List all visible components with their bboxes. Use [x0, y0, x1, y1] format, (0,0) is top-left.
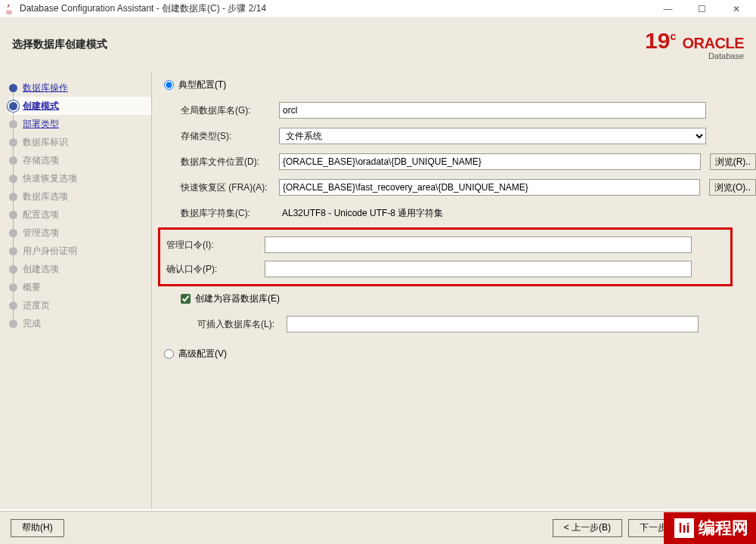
brand-version: 19c — [645, 28, 683, 53]
wizard-step-5: 快速恢复选项 — [9, 169, 151, 187]
wizard-step-11: 概要 — [9, 278, 151, 296]
confirm-password-label: 确认口令(P): — [166, 263, 265, 276]
wizard-step-13: 完成 — [9, 314, 151, 332]
step-bullet-icon — [9, 247, 17, 255]
brand-sub: Database — [645, 52, 744, 60]
step-label: 数据库操作 — [23, 82, 68, 94]
charset-label: 数据库字符集(C): — [181, 207, 279, 220]
main-panel: 典型配置(T) 全局数据库名(G): 存储类型(S): 文件系统 数据库文件位置… — [151, 71, 756, 509]
dbfiles-input[interactable] — [279, 153, 701, 170]
admin-password-label: 管理口令(I): — [166, 239, 265, 252]
admin-password-input[interactable] — [265, 236, 692, 253]
browse-fra-button[interactable]: 浏览(O).. — [709, 179, 756, 196]
brand-name: ORACLE — [683, 35, 744, 51]
step-bullet-icon — [9, 102, 17, 110]
wizard-step-12: 进度页 — [9, 296, 151, 314]
java-icon — [3, 3, 15, 15]
watermark-icon: lıi — [674, 518, 694, 538]
page-title: 选择数据库创建模式 — [12, 38, 107, 51]
step-bullet-icon — [9, 283, 17, 292]
close-button[interactable]: ✕ — [719, 1, 753, 17]
content-area: 数据库操作创建模式部署类型数据库标识存储选项快速恢复选项数据库选项配置选项管理选… — [0, 71, 756, 509]
wizard-step-4: 存储选项 — [9, 151, 151, 169]
storage-type-label: 存储类型(S): — [181, 130, 279, 143]
titlebar: Database Configuration Assistant - 创建数据库… — [0, 0, 756, 18]
container-db-row[interactable]: 创建为容器数据库(E) — [181, 292, 756, 305]
step-bullet-icon — [9, 320, 17, 328]
step-label: 概要 — [23, 281, 41, 294]
fra-label: 快速恢复区 (FRA)(A): — [181, 181, 279, 194]
window-title: Database Configuration Assistant - 创建数据库… — [20, 2, 266, 15]
step-bullet-icon — [9, 211, 17, 219]
minimize-button[interactable]: — — [651, 1, 685, 17]
browse-dbfiles-button[interactable]: 浏览(R).. — [710, 153, 756, 170]
typical-config-radio[interactable] — [164, 80, 174, 90]
typical-config-radio-row[interactable]: 典型配置(T) — [164, 79, 756, 91]
wizard-step-6: 数据库选项 — [9, 187, 151, 206]
advanced-config-radio[interactable] — [164, 349, 174, 359]
step-label: 创建模式 — [23, 100, 59, 113]
window-controls: — ☐ ✕ — [651, 1, 753, 17]
global-db-label: 全局数据库名(G): — [181, 104, 279, 117]
back-button[interactable]: < 上一步(B) — [553, 519, 622, 537]
pdb-name-input[interactable] — [287, 316, 699, 332]
global-db-input[interactable] — [279, 102, 706, 119]
wizard-step-10: 创建选项 — [9, 260, 151, 278]
step-label: 部署类型 — [23, 118, 59, 131]
watermark-text: 编程网 — [699, 517, 748, 539]
wizard-step-8: 管理选项 — [9, 224, 151, 242]
advanced-config-radio-row[interactable]: 高级配置(V) — [164, 348, 756, 360]
step-label: 快速恢复选项 — [23, 172, 77, 185]
step-bullet-icon — [9, 193, 17, 201]
container-db-checkbox[interactable] — [181, 294, 191, 304]
step-label: 管理选项 — [23, 227, 59, 240]
step-bullet-icon — [9, 265, 17, 274]
wizard-step-7: 配置选项 — [9, 206, 151, 224]
step-bullet-icon — [9, 84, 17, 92]
step-label: 用户身份证明 — [23, 245, 77, 258]
step-label: 存储选项 — [23, 154, 59, 167]
step-label: 配置选项 — [23, 209, 59, 221]
step-label: 进度页 — [23, 299, 50, 312]
wizard-step-1: 创建模式 — [9, 97, 151, 115]
step-label: 完成 — [23, 317, 41, 330]
step-bullet-icon — [9, 301, 17, 310]
step-label: 创建选项 — [23, 263, 59, 276]
pdb-name-label: 可插入数据库名(L): — [197, 318, 287, 331]
help-button[interactable]: 帮助(H) — [11, 519, 64, 537]
step-label: 数据库标识 — [23, 136, 68, 149]
typical-config-label: 典型配置(T) — [178, 79, 226, 91]
storage-type-select[interactable]: 文件系统 — [279, 128, 706, 144]
step-label: 数据库选项 — [23, 190, 68, 203]
fra-input[interactable] — [279, 179, 700, 196]
step-bullet-icon — [9, 138, 17, 147]
watermark: lıi 编程网 — [664, 512, 756, 544]
maximize-button[interactable]: ☐ — [685, 1, 719, 17]
wizard-step-0[interactable]: 数据库操作 — [9, 79, 151, 97]
page-header: 选择数据库创建模式 19c ORACLE Database — [0, 18, 756, 71]
step-bullet-icon — [9, 175, 17, 183]
step-bullet-icon — [9, 229, 17, 237]
charset-value: AL32UTF8 - Unicode UTF-8 通用字符集 — [279, 205, 706, 221]
container-db-label: 创建为容器数据库(E) — [195, 292, 280, 305]
oracle-brand: 19c ORACLE Database — [645, 29, 744, 60]
dbfiles-label: 数据库文件位置(D): — [181, 156, 279, 168]
confirm-password-input[interactable] — [265, 261, 692, 277]
step-bullet-icon — [9, 156, 17, 165]
advanced-config-label: 高级配置(V) — [178, 348, 227, 360]
wizard-sidebar: 数据库操作创建模式部署类型数据库标识存储选项快速恢复选项数据库选项配置选项管理选… — [0, 71, 151, 509]
step-bullet-icon — [9, 120, 17, 128]
wizard-footer: 帮助(H) < 上一步(B) 下一步(N) > 完成 — [0, 511, 756, 544]
wizard-step-3: 数据库标识 — [9, 133, 151, 151]
wizard-step-2[interactable]: 部署类型 — [9, 115, 151, 133]
wizard-step-9: 用户身份证明 — [9, 242, 151, 260]
password-highlight-box: 管理口令(I): 确认口令(P): — [158, 227, 733, 286]
